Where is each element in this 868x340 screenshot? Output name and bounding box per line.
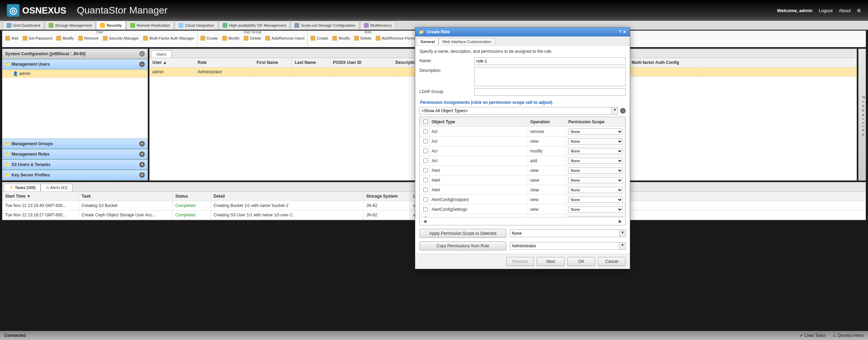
col-header[interactable]: Role [195, 58, 254, 67]
ribbon-add-remove-users[interactable]: Add/Remove Users [265, 36, 304, 41]
help-icon[interactable]: ? [619, 30, 621, 34]
ribbon-delete[interactable]: Delete [244, 36, 261, 41]
expand-icon[interactable]: + [139, 151, 145, 157]
col-header[interactable]: POSIX User ID [330, 58, 393, 67]
dismiss-alerts-link[interactable]: ⚠ Dismiss Alerts [833, 333, 864, 338]
row-checkbox[interactable] [423, 168, 428, 173]
chevron-down-icon[interactable]: ▾ [619, 242, 625, 249]
ribbon-modify[interactable]: Modify [332, 36, 350, 41]
dialog-titlebar[interactable]: 📁 Create Role ? ✕ [415, 27, 630, 36]
ribbon-create[interactable]: Create [310, 36, 328, 41]
permission-row[interactable]: AlertConfigurationviewNone [420, 214, 625, 217]
row-checkbox[interactable] [423, 139, 428, 143]
accordion-management-roles[interactable]: 📁 Management Roles+ [2, 149, 148, 159]
tab-remote-replication[interactable]: Remote Replication [126, 21, 174, 30]
tab-scale-out-storage-configuration[interactable]: Scale-out Storage Configuration [291, 21, 359, 30]
ldap-input[interactable] [474, 88, 626, 96]
col-header[interactable]: Start Time ▼ [2, 192, 79, 201]
close-icon[interactable]: ✕ [623, 30, 626, 34]
tab-security[interactable]: Security [96, 21, 125, 30]
name-input[interactable] [474, 57, 626, 65]
permission-scope-select[interactable]: None [568, 158, 623, 164]
row-checkbox[interactable] [423, 188, 428, 192]
page-prev-icon[interactable]: ◀ [421, 219, 428, 224]
permission-scope-select[interactable]: None [568, 216, 623, 217]
cancel-button[interactable]: Cancel [598, 257, 626, 266]
permission-scope-select[interactable]: None [568, 148, 623, 154]
row-checkbox[interactable] [423, 217, 428, 217]
ribbon-security-manager[interactable]: Security Manager [103, 36, 139, 41]
ribbon-delete[interactable]: Delete [354, 36, 372, 41]
page-next-icon[interactable]: ▶ [617, 219, 624, 224]
apply-scope-select[interactable]: ▾ [510, 230, 626, 237]
permission-row[interactable]: AclmodifyNone [420, 146, 625, 156]
about-link[interactable]: About [839, 8, 851, 13]
col-operation[interactable]: Operation [528, 118, 566, 126]
ribbon-multi-factor-auth-manager[interactable]: Multi-Factor Auth Manager [143, 36, 194, 41]
col-header[interactable]: Task [79, 192, 173, 201]
permission-scope-select[interactable]: None [568, 206, 623, 213]
row-checkbox[interactable] [423, 207, 428, 212]
settings-icon[interactable]: ⚙ [857, 8, 861, 13]
accordion-management-groups[interactable]: 📁 Management Groups+ [2, 139, 148, 149]
object-type-filter[interactable]: ▾ [419, 107, 618, 115]
row-checkbox[interactable] [423, 149, 428, 153]
dialog-tab-web-interface-customization[interactable]: Web Interface Customization [439, 38, 495, 45]
permission-scope-select[interactable]: None [568, 138, 623, 144]
permission-scope-select[interactable]: None [568, 128, 623, 135]
permission-row[interactable]: AlertviewNone [420, 166, 625, 175]
col-header[interactable]: Detail [211, 192, 364, 201]
clear-tasks-link[interactable]: ✔ Clear Tasks [800, 333, 826, 338]
expand-icon[interactable]: + [139, 162, 145, 167]
tree-item[interactable]: 👤 admin [2, 69, 148, 78]
col-header[interactable]: Status [173, 192, 211, 201]
permission-scope-select[interactable]: None [568, 197, 623, 203]
chevron-down-icon[interactable]: ▾ [619, 230, 625, 237]
row-checkbox[interactable] [423, 178, 428, 182]
accordion-key-server-profiles[interactable]: 📁 Key Server Profiles+ [2, 170, 148, 180]
col-header[interactable]: Storage System [364, 192, 410, 201]
tab-users[interactable]: Users [151, 50, 172, 58]
accordion-s-users-tenants[interactable]: 📁 S3 Users & Tenants+ [2, 159, 148, 170]
ribbon-remove[interactable]: Remove [78, 36, 99, 41]
permission-scope-select[interactable]: None [568, 177, 623, 183]
permission-row[interactable]: AclviewNone [420, 136, 625, 146]
tab-high-availability-vif-management[interactable]: High-availability VIF Management [219, 21, 290, 30]
ribbon-set-password[interactable]: Set Password [23, 36, 52, 41]
copy-permissions-button[interactable]: Copy Permissions from Role [419, 241, 506, 250]
ribbon-add[interactable]: Add [5, 36, 18, 41]
expand-icon[interactable]: + [139, 141, 145, 147]
properties-rail[interactable]: P r o p e r t i e s [858, 49, 866, 181]
ribbon-modify[interactable]: Modify [222, 36, 240, 41]
col-header[interactable]: User ▲ [150, 58, 195, 67]
collapse-icon[interactable]: − [139, 61, 145, 67]
tab-cloud-integration[interactable]: Cloud Integration [175, 21, 218, 30]
tab-multitenancy[interactable]: Multitenancy [360, 21, 396, 30]
accordion-management-users[interactable]: 📁 Management Users− [2, 59, 148, 69]
permission-row[interactable]: AcladdNone [420, 156, 625, 166]
col-header[interactable]: Multi-factor Auth Config [629, 58, 698, 67]
next-button[interactable]: Next [537, 257, 565, 266]
description-input[interactable] [474, 67, 626, 86]
apply-scope-button[interactable]: Apply Permission Scope to Selected [419, 229, 506, 238]
tasks-tab[interactable]: ⚡ Tasks [100] [4, 184, 41, 191]
copy-permissions-select[interactable]: ▾ [510, 242, 626, 250]
collapse-icon[interactable]: ‹ [139, 51, 145, 57]
chevron-down-icon[interactable]: ▾ [611, 107, 618, 114]
remove-filter-icon[interactable]: − [620, 108, 626, 114]
permission-row[interactable]: AlertConfigEndpointviewNone [420, 195, 625, 205]
ok-button[interactable]: OK [567, 257, 595, 266]
object-type-filter-input[interactable] [420, 107, 611, 114]
col-object-type[interactable]: Object Type [429, 118, 528, 126]
col-header[interactable]: Last Name [292, 58, 330, 67]
ribbon-create[interactable]: Create [200, 36, 218, 41]
ribbon-modify[interactable]: Modify [56, 36, 74, 41]
tab-grid-dashboard[interactable]: Grid Dashboard [3, 21, 44, 30]
row-checkbox[interactable] [423, 158, 428, 163]
select-all-checkbox[interactable] [423, 119, 428, 124]
permission-scope-select[interactable]: None [568, 187, 623, 193]
permission-row[interactable]: AclremoveNone [420, 127, 625, 136]
permission-row[interactable]: AlertConfigSettingsviewNone [420, 205, 625, 214]
expand-icon[interactable]: + [139, 172, 145, 178]
row-checkbox[interactable] [423, 197, 428, 202]
